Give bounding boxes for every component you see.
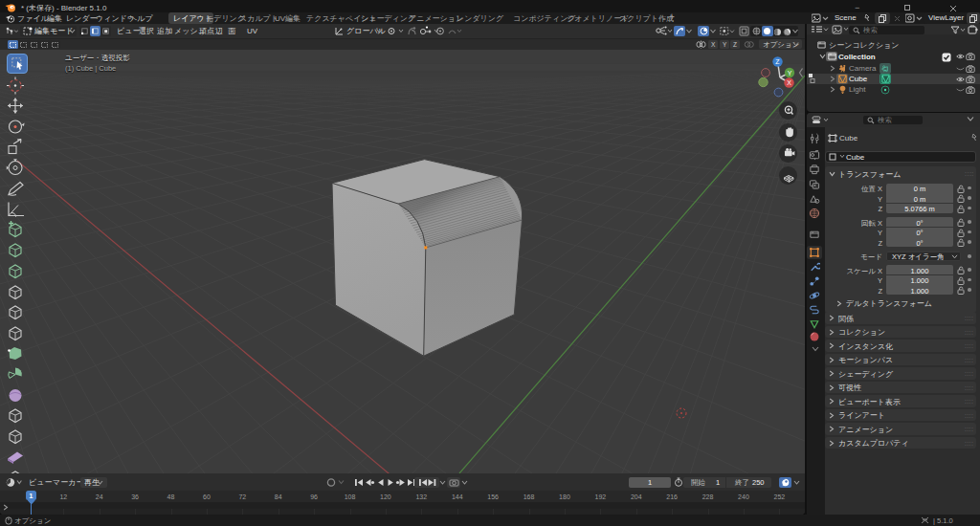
svg-text:X: X	[787, 79, 791, 86]
svg-text:Z: Z	[775, 58, 780, 65]
svg-text:Y: Y	[788, 70, 792, 77]
